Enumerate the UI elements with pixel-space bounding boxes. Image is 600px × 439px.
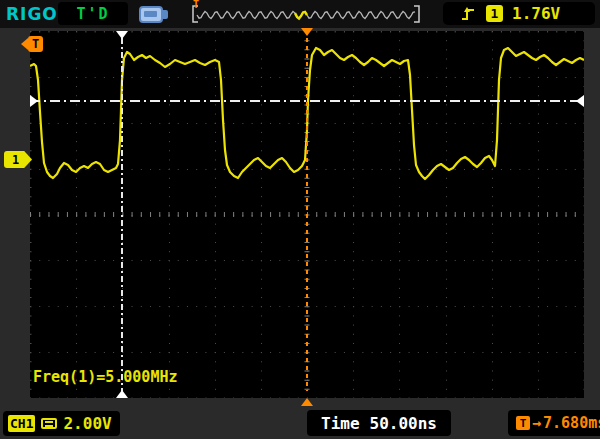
trigger-delay-box: T → 7.680ms [508, 410, 600, 436]
trigger-position-bottom-marker-icon [116, 390, 128, 398]
trigger-offscreen-t-icon: T [21, 36, 43, 52]
record-preview-wave [190, 2, 422, 26]
ch1-badge: CH1 [8, 415, 35, 432]
trigger-info-box: 1 1.76V [443, 2, 595, 25]
trigger-position-top-marker-icon [116, 31, 128, 39]
ch1-position-marker: 1 [4, 151, 32, 168]
delay-reference-top-marker-icon [301, 28, 313, 36]
trigger-source-badge: 1 [486, 5, 503, 22]
rising-edge-icon [461, 6, 477, 22]
bottom-status-bar: CH1 2.00V Time 50.00ns T → 7.680ms [0, 408, 600, 439]
oscilloscope-screen: RIGOL T'D T 1 1.76V [0, 0, 600, 439]
usb-icon [139, 6, 169, 23]
delay-reference-line [306, 38, 308, 391]
trigger-position-line [121, 38, 123, 391]
timebase-label: Time [321, 414, 360, 433]
trigger-status-box: T'D [58, 2, 128, 25]
top-status-bar: RIGOL T'D T 1 1.76V [0, 0, 600, 28]
trigger-delay-readout: 7.680ms [543, 414, 600, 432]
preview-trigger-marker: T [193, 0, 199, 10]
delay-reference-bottom-marker-icon [301, 398, 313, 406]
trigger-delay-t-icon: T [516, 416, 530, 430]
ch1-info-box: CH1 2.00V [3, 411, 120, 436]
trigger-delay-arrow: → [532, 414, 541, 432]
trigger-status-label: T'D [76, 5, 109, 23]
timebase-readout: 50.00ns [370, 414, 437, 433]
freq-measurement-readout: Freq(1)=5.000MHz [33, 368, 178, 386]
display-area: T 1 Freq(1)=5.000MHz [0, 28, 600, 408]
trigger-level-right-arrow-icon [576, 95, 584, 107]
record-preview-strip: T [190, 2, 422, 26]
trigger-level-left-arrow-icon [30, 95, 38, 107]
dc-coupling-icon [41, 418, 57, 429]
ch1-scale-readout: 2.00V [63, 414, 111, 433]
timebase-info-box: Time 50.00ns [307, 410, 451, 436]
trigger-level-readout: 1.76V [512, 4, 560, 23]
